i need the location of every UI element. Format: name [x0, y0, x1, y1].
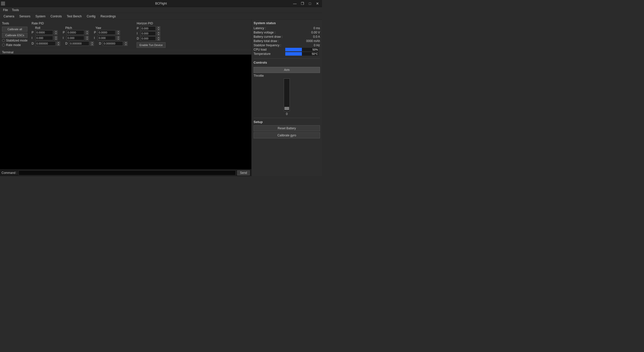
horizon-d-row: D ▲ ▼ — [137, 36, 165, 41]
roll-i-up[interactable]: ▲ — [54, 36, 58, 38]
horizon-d-spinner: ▲ ▼ — [157, 36, 160, 41]
rate-pid-panel: Rate PID Roll Pitch Yaw P ▲ ▼ — [29, 21, 130, 49]
pitch-p-up[interactable]: ▲ — [85, 30, 89, 32]
nav-camera[interactable]: Camera — [1, 14, 17, 19]
throttle-thumb[interactable] — [285, 107, 289, 110]
pitch-i-down[interactable]: ▼ — [85, 38, 89, 40]
terminal-section: Terminal Command : Send — [0, 50, 251, 176]
pid-p-row: P ▲ ▼ P ▲ ▼ — [31, 30, 128, 35]
horizon-pid-title: Horizon PID — [137, 22, 165, 25]
roll-p-spinner: ▲ ▼ — [54, 30, 58, 35]
calibrate-gyro-button[interactable]: Calibrate gyro — [254, 132, 320, 138]
terminal-label: Terminal — [0, 50, 251, 55]
rate-mode-radio[interactable]: Rate mode — [2, 43, 27, 47]
stabilizer-freq-label: Stablizer frequency : — [254, 44, 281, 47]
yaw-d-up[interactable]: ▲ — [124, 42, 128, 44]
minimize-button[interactable]: — — [291, 1, 298, 6]
maximize-button[interactable]: □ — [306, 1, 313, 6]
latency-label: Latency : — [254, 26, 266, 30]
horizon-p-down[interactable]: ▼ — [157, 29, 160, 31]
arm-button[interactable]: Arm — [254, 67, 320, 73]
horizon-d-input[interactable] — [141, 36, 156, 41]
temperature-fill — [285, 52, 302, 56]
nav-config[interactable]: Config — [84, 14, 98, 19]
yaw-p-input[interactable] — [98, 30, 115, 35]
nav-recordings[interactable]: Recordings — [98, 14, 118, 19]
roll-i-down[interactable]: ▼ — [54, 38, 58, 40]
stabilized-mode-radio[interactable]: Stabilized mode — [2, 39, 27, 42]
roll-d-input[interactable] — [35, 41, 56, 46]
nav-testbench[interactable]: Test Bench — [64, 14, 84, 19]
window-title: BCFlight — [155, 2, 167, 5]
enable-tun-button[interactable]: Enable Tun Device — [137, 42, 165, 48]
pitch-p-down[interactable]: ▼ — [85, 33, 89, 35]
roll-d-down[interactable]: ▼ — [57, 44, 60, 46]
horizon-d-down[interactable]: ▼ — [157, 39, 160, 41]
stabilizer-freq-val: 0 Hz — [314, 44, 320, 47]
right-panel: System status Latency : 0 ms Battery vol… — [252, 20, 322, 176]
reset-battery-button[interactable]: Reset Battery — [254, 125, 320, 131]
nav-system[interactable]: System — [33, 14, 48, 19]
battery-total-label: Battery total draw : — [254, 39, 279, 43]
stabilized-mode-dot — [2, 39, 5, 42]
yaw-d-input[interactable] — [103, 41, 123, 46]
menubar: File Tools — [0, 7, 322, 13]
roll-i-row: I ▲ ▼ — [31, 36, 58, 40]
pitch-p-input[interactable] — [67, 30, 84, 35]
pitch-i-spinner: ▲ ▼ — [85, 36, 89, 40]
throttle-track[interactable] — [284, 79, 290, 111]
rate-pid-title: Rate PID — [31, 22, 128, 25]
menu-tools[interactable]: Tools — [10, 8, 21, 12]
horizon-p-up[interactable]: ▲ — [157, 26, 160, 28]
calibrate-all-button[interactable]: Calibrate all — [2, 27, 27, 32]
cpu-load-val: 50% — [312, 48, 318, 51]
horizon-d-up[interactable]: ▲ — [157, 36, 160, 38]
yaw-i-down[interactable]: ▼ — [116, 38, 120, 40]
yaw-i-input[interactable] — [98, 36, 115, 40]
roll-p-up[interactable]: ▲ — [54, 30, 58, 32]
pitch-d-down[interactable]: ▼ — [90, 44, 94, 46]
horizon-i-down[interactable]: ▼ — [157, 34, 160, 36]
roll-p-down[interactable]: ▼ — [54, 33, 58, 35]
horizon-i-up[interactable]: ▲ — [157, 31, 160, 33]
system-status-section: System status Latency : 0 ms Battery vol… — [254, 21, 320, 56]
command-input[interactable] — [19, 170, 236, 175]
menu-file[interactable]: File — [1, 8, 10, 12]
throttle-value: 0 — [286, 112, 288, 116]
roll-i-input[interactable] — [35, 36, 53, 40]
horizon-p-input[interactable] — [141, 26, 156, 31]
close-button[interactable]: ✕ — [314, 1, 321, 6]
horizon-i-input[interactable] — [141, 31, 156, 36]
roll-p-input[interactable] — [35, 30, 53, 35]
roll-d-up[interactable]: ▲ — [57, 42, 60, 44]
pitch-i-input[interactable] — [67, 36, 84, 40]
pitch-i-label: I — [63, 36, 66, 40]
roll-i-spinner: ▲ ▼ — [54, 36, 58, 40]
send-button[interactable]: Send — [237, 170, 250, 175]
horizon-d-label: D — [137, 37, 140, 40]
pitch-i-up[interactable]: ▲ — [85, 36, 89, 38]
stabilized-mode-label: Stabilized mode — [6, 39, 27, 42]
cpu-load-label: CPU load — [254, 48, 284, 51]
pitch-d-up[interactable]: ▲ — [90, 42, 94, 44]
left-panel: Tools Calibrate all Calibrate ESCs Stabi… — [0, 20, 252, 176]
command-label: Command : — [2, 171, 17, 175]
temperature-val: 50°C — [312, 52, 318, 56]
yaw-p-up[interactable]: ▲ — [116, 30, 120, 32]
nav-controls[interactable]: Controls — [48, 14, 64, 19]
pitch-d-input[interactable] — [69, 41, 89, 46]
latency-row: Latency : 0 ms — [254, 26, 320, 30]
battery-current-row: Battery current draw : 0.0 A — [254, 35, 320, 38]
battery-voltage-val: 0.00 V — [311, 31, 320, 34]
yaw-d-down[interactable]: ▼ — [124, 44, 128, 46]
horizon-pid-panel: Horizon PID P ▲ ▼ I ▲ ▼ — [135, 21, 167, 49]
nav-sensors[interactable]: Sensors — [17, 14, 33, 19]
window-controls: — ❐ □ ✕ — [291, 1, 321, 6]
cpu-load-row: CPU load 50% — [254, 48, 320, 51]
pitch-d-spinner: ▲ ▼ — [90, 42, 94, 46]
restore-button[interactable]: ❐ — [299, 1, 306, 6]
yaw-p-down[interactable]: ▼ — [116, 33, 120, 35]
calibrate-escs-button[interactable]: Calibrate ESCs — [2, 33, 27, 38]
yaw-i-up[interactable]: ▲ — [116, 36, 120, 38]
rate-mode-label: Rate mode — [6, 43, 21, 47]
